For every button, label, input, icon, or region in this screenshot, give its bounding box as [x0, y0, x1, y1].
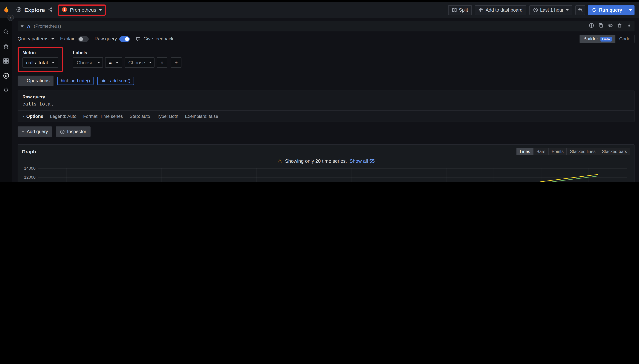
add-to-dashboard-label: Add to dashboard	[486, 7, 522, 12]
remove-label-filter-button[interactable]: ×	[157, 57, 167, 68]
chevron-down-icon	[149, 62, 152, 63]
explain-toggle-group: Explain	[60, 36, 88, 42]
metric-annotation-box: Metric calls_total	[18, 47, 63, 72]
run-query-button[interactable]: Run query	[588, 5, 634, 15]
code-label: Code	[619, 36, 630, 42]
options-expander[interactable]: › Options	[22, 113, 43, 119]
star-icon	[3, 44, 9, 50]
warning-triangle-icon: ⚠	[278, 158, 282, 164]
graph-mode-points[interactable]: Points	[548, 148, 566, 155]
sidebar-item-search[interactable]	[2, 28, 9, 35]
warning-text: Showing only 20 time series.	[285, 158, 347, 164]
plus-icon: +	[22, 78, 24, 84]
time-series-chart[interactable]: 23:2523:3023:3523:4023:4523:5023:5500:00…	[22, 165, 630, 182]
sidebar-item-dashboards[interactable]	[2, 58, 9, 64]
remove-query-icon[interactable]	[617, 23, 622, 30]
show-all-series-link[interactable]: Show all 55	[350, 158, 375, 164]
copy-query-icon[interactable]	[598, 23, 604, 30]
code-mode-button[interactable]: Code	[616, 35, 634, 43]
left-sidebar: ›	[0, 18, 12, 182]
refresh-icon	[592, 8, 597, 12]
plus-icon: +	[22, 129, 24, 134]
operations-label: Operations	[27, 78, 50, 84]
explain-toggle[interactable]	[78, 36, 88, 42]
split-button[interactable]: Split	[448, 5, 472, 15]
hint-add-sum-button[interactable]: hint: add sum()	[97, 77, 134, 85]
label-value-placeholder: Choose	[128, 60, 145, 65]
explore-compass-icon	[16, 6, 22, 13]
inspector-button[interactable]: Inspector	[56, 126, 90, 137]
chevron-down-icon	[52, 62, 54, 63]
graph-mode-lines[interactable]: Lines	[517, 148, 533, 155]
give-feedback-label: Give feedback	[144, 36, 174, 42]
sidebar-item-starred[interactable]	[2, 43, 9, 50]
grafana-logo-icon[interactable]	[2, 6, 11, 14]
query-row-header[interactable]: A (Prometheus)	[18, 21, 634, 32]
raw-query-label: Raw query	[22, 94, 630, 100]
sidebar-item-alerting[interactable]	[2, 87, 9, 94]
metric-select[interactable]: calls_total	[22, 57, 58, 68]
graph-mode-stacked-bars[interactable]: Stacked bars	[598, 148, 630, 155]
collapse-query-icon[interactable]	[20, 25, 24, 27]
datasource-picker[interactable]: Prometheus	[58, 4, 106, 16]
query-toolbar: Query patterns Explain Raw query Give fe…	[18, 34, 634, 44]
operations-row: + Operations hint: add rate() hint: add …	[18, 76, 634, 86]
hint-add-rate-button[interactable]: hint: add rate()	[58, 77, 93, 85]
inspector-label: Inspector	[67, 129, 86, 134]
split-label: Split	[459, 7, 468, 12]
search-icon	[3, 29, 9, 35]
graph-mode-switch: LinesBarsPointsStacked linesStacked bars	[516, 148, 630, 155]
split-icon	[452, 8, 456, 12]
expand-sidebar-button[interactable]: ›	[8, 14, 14, 21]
hide-response-icon[interactable]	[608, 23, 613, 30]
query-actions-row: + Add query Inspector	[18, 126, 634, 137]
browser-top-strip	[0, 0, 639, 2]
info-circle-icon	[60, 129, 65, 134]
label-name-select[interactable]: Choose	[73, 57, 103, 68]
dashboards-grid-icon	[3, 58, 9, 64]
query-patterns-dropdown[interactable]: Query patterns	[18, 36, 54, 42]
drag-handle-icon[interactable]	[626, 23, 632, 30]
add-query-label: Add query	[27, 129, 48, 134]
give-feedback-link[interactable]: Give feedback	[136, 36, 174, 42]
add-label-filter-button[interactable]: +	[171, 57, 182, 68]
add-operation-button[interactable]: + Operations	[18, 76, 54, 86]
label-operator-select[interactable]: =	[105, 57, 122, 68]
share-icon[interactable]	[48, 7, 52, 13]
label-name-placeholder: Choose	[77, 60, 94, 65]
clock-icon	[533, 8, 538, 12]
page-title-group: Explore	[16, 6, 52, 13]
zoom-out-button[interactable]	[576, 5, 585, 15]
prometheus-logo-icon	[62, 6, 67, 13]
option-step: Step: auto	[130, 114, 150, 119]
query-info-icon[interactable]	[589, 23, 594, 30]
label-value-select[interactable]: Choose	[124, 57, 154, 68]
builder-mode-button[interactable]: Builder Beta	[580, 35, 616, 43]
raw-query-toggle-label: Raw query	[94, 36, 117, 42]
editor-mode-switch: Builder Beta Code	[579, 35, 634, 43]
time-range-label: Last 1 hour	[540, 7, 564, 12]
add-to-dashboard-button[interactable]: Add to dashboard	[475, 5, 526, 15]
datasource-picker-value: Prometheus	[70, 7, 96, 13]
metric-labels-row: Metric calls_total Labels Choose	[18, 47, 634, 72]
run-query-dropdown[interactable]	[626, 5, 634, 15]
graph-panel: Graph LinesBarsPointsStacked linesStacke…	[18, 144, 634, 182]
add-query-button[interactable]: + Add query	[18, 126, 52, 137]
time-range-picker[interactable]: Last 1 hour	[529, 5, 572, 15]
graph-mode-bars[interactable]: Bars	[533, 148, 548, 155]
chevron-down-icon	[566, 9, 569, 11]
explore-content: A (Prometheus) Query patterns Explain	[12, 18, 639, 182]
sidebar-item-explore[interactable]	[2, 72, 9, 79]
bell-icon	[3, 87, 9, 93]
apps-grid-icon	[478, 8, 483, 12]
beta-badge: Beta	[600, 36, 612, 41]
raw-query-box: Raw query calls_total › Options Legend: …	[18, 90, 634, 122]
label-operator-value: =	[109, 60, 112, 65]
option-format: Format: Time series	[83, 114, 123, 119]
metric-select-value: calls_total	[26, 60, 48, 65]
builder-label: Builder	[584, 36, 598, 42]
labels-field: Labels Choose = Choose	[73, 47, 182, 68]
raw-query-toggle[interactable]	[120, 36, 130, 42]
graph-mode-stacked-lines[interactable]: Stacked lines	[566, 148, 598, 155]
metric-field-label: Metric	[22, 50, 58, 55]
